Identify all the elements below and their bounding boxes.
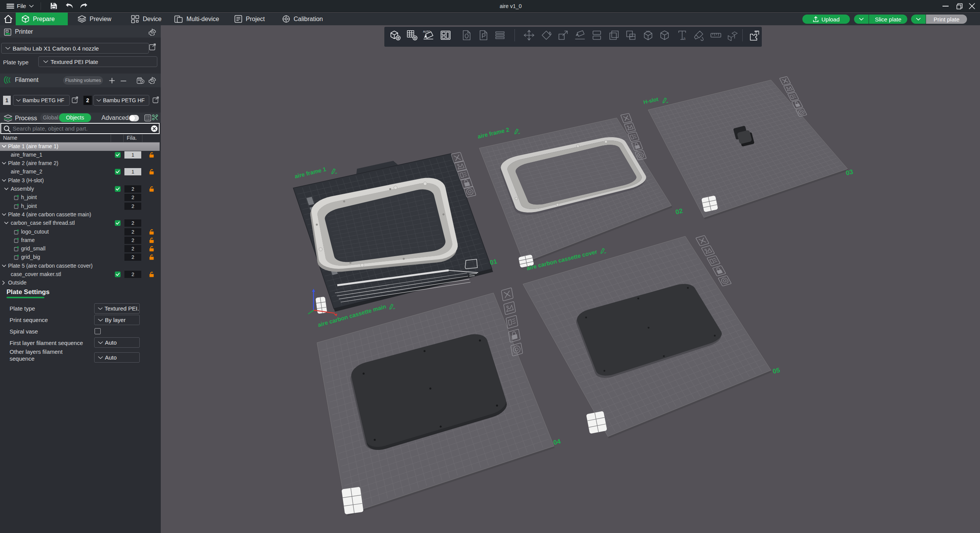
svg-text:05: 05: [772, 366, 781, 375]
svg-text:04: 04: [553, 438, 562, 446]
svg-text:02: 02: [675, 207, 684, 216]
svg-text:03: 03: [845, 168, 854, 177]
svg-text:aire frame 1: aire frame 1: [294, 166, 327, 180]
svg-text:01: 01: [489, 258, 498, 266]
svg-text:aire frame 2: aire frame 2: [477, 126, 510, 140]
svg-text:H-slot: H-slot: [643, 96, 659, 105]
